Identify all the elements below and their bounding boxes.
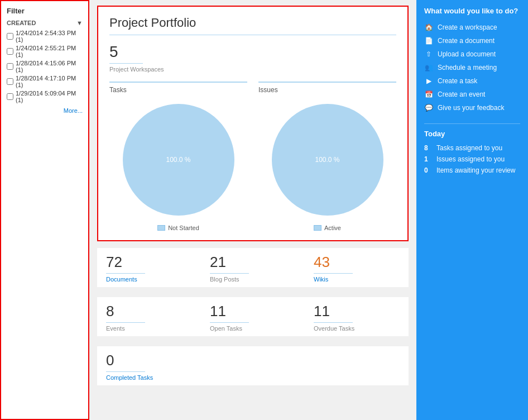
event-icon: 📅: [424, 90, 433, 99]
document-icon: 📄: [424, 36, 433, 45]
filter-checkbox-5[interactable]: [7, 93, 13, 100]
filter-title: Filter: [7, 7, 83, 15]
filter-checkbox-3[interactable]: [7, 63, 13, 70]
filter-checkbox-2[interactable]: [7, 48, 13, 55]
action-upload-document[interactable]: ⇧ Upload a document: [424, 47, 520, 61]
filter-label: CREATED ▼: [7, 20, 83, 26]
stats-row-3: 0 Completed Tasks: [97, 343, 409, 385]
wikis-link[interactable]: Wikis: [314, 276, 328, 283]
today-tasks[interactable]: 8 Tasks assigned to you: [424, 142, 520, 154]
filter-items: 1/24/2014 2:54:33 PM (1) 1/24/2014 2:55:…: [7, 30, 83, 105]
documents-label: Documents: [106, 276, 192, 283]
filter-item[interactable]: 1/24/2014 2:55:21 PM (1): [7, 45, 83, 58]
wikis-label: Wikis: [314, 276, 400, 283]
filter-checkbox-1[interactable]: [7, 33, 13, 40]
stat-open-tasks: 11 Open Tasks: [201, 297, 305, 336]
action-create-task[interactable]: ▶ Create a task: [424, 74, 520, 88]
action-give-feedback[interactable]: 💬 Give us your feedback: [424, 101, 520, 114]
stats-row-1: 72 Documents 21 Blog Posts 43 Wikis: [97, 248, 409, 287]
filter-checkbox-4[interactable]: [7, 78, 13, 85]
action-create-workspace[interactable]: 🏠 Create a workspace: [424, 21, 520, 34]
issues-chart-container: 100.0 % Active: [258, 98, 396, 231]
stat-wikis: 43 Wikis: [305, 248, 409, 287]
tasks-chart-title: Tasks: [109, 82, 247, 94]
charts-row: Tasks 100.0 % Not Started Issues 100.0: [109, 82, 396, 231]
overdue-tasks-label: Overdue Tasks: [314, 325, 400, 332]
right-panel: What would you like to do? 🏠 Create a wo…: [416, 0, 528, 420]
portfolio-panel: Project Portfolio 5 Project Workspaces T…: [97, 6, 409, 241]
action-schedule-meeting[interactable]: 👥 Schedule a meeting: [424, 61, 520, 74]
action-create-event[interactable]: 📅 Create an event: [424, 88, 520, 101]
filter-item[interactable]: 1/28/2014 4:17:10 PM (1): [7, 75, 83, 88]
tasks-legend-box: [157, 225, 165, 231]
portfolio-title: Project Portfolio: [109, 16, 396, 30]
issues-assigned-count: 1: [424, 155, 432, 163]
sidebar-filter: Filter CREATED ▼ 1/24/2014 2:54:33 PM (1…: [0, 0, 89, 420]
action-list: 🏠 Create a workspace 📄 Create a document…: [424, 21, 520, 114]
today-section: Today 8 Tasks assigned to you 1 Issues a…: [424, 123, 520, 176]
stat-events: 8 Events: [97, 297, 201, 336]
workspace-icon: 🏠: [424, 23, 433, 32]
today-title: Today: [424, 130, 520, 138]
events-label: Events: [106, 325, 192, 332]
action-create-document[interactable]: 📄 Create a document: [424, 34, 520, 47]
stat-documents: 72 Documents: [97, 248, 201, 287]
stats-row-2: 8 Events 11 Open Tasks 11 Overdue Tasks: [97, 294, 409, 336]
completed-tasks-count: 0: [106, 352, 145, 372]
issues-pie-chart: 100.0 %: [272, 104, 383, 216]
blog-label: Blog Posts: [210, 276, 296, 283]
issues-chart-section: Issues 100.0 % Active: [258, 82, 396, 231]
title-divider: [109, 35, 396, 35]
filter-item[interactable]: 1/29/2014 5:09:04 PM (1): [7, 90, 83, 103]
events-count: 8: [106, 303, 145, 323]
documents-link[interactable]: Documents: [106, 276, 137, 283]
filter-item[interactable]: 1/28/2014 4:15:06 PM (1): [7, 60, 83, 73]
tasks-chart-section: Tasks 100.0 % Not Started: [109, 82, 247, 231]
tasks-pie-label: 100.0 %: [166, 156, 190, 164]
blog-count: 21: [210, 254, 249, 274]
overdue-tasks-count: 11: [314, 303, 353, 323]
stat-blog-posts: 21 Blog Posts: [201, 248, 305, 287]
meeting-icon: 👥: [424, 63, 433, 72]
tasks-pie-chart: 100.0 %: [123, 104, 234, 216]
more-link[interactable]: More...: [7, 107, 83, 114]
today-review[interactable]: 0 Items awaiting your review: [424, 165, 520, 176]
open-tasks-label: Open Tasks: [210, 325, 296, 332]
project-count: 5: [109, 43, 143, 64]
issues-legend: Active: [314, 225, 341, 231]
today-issues[interactable]: 1 Issues assigned to you: [424, 154, 520, 165]
documents-count: 72: [106, 254, 145, 274]
upload-icon: ⇧: [424, 50, 433, 59]
project-count-label: Project Workspaces: [109, 66, 396, 73]
issues-legend-box: [314, 225, 321, 231]
completed-tasks-label: Completed Tasks: [106, 374, 400, 381]
feedback-icon: 💬: [424, 103, 433, 112]
wikis-count: 43: [314, 254, 353, 274]
task-icon: ▶: [424, 77, 433, 85]
filter-item[interactable]: 1/24/2014 2:54:33 PM (1): [7, 30, 83, 43]
tasks-legend: Not Started: [157, 225, 199, 231]
stat-overdue-tasks: 11 Overdue Tasks: [305, 297, 409, 336]
tasks-assigned-count: 8: [424, 144, 432, 152]
open-tasks-count: 11: [210, 303, 249, 323]
main-content: Project Portfolio 5 Project Workspaces T…: [89, 0, 416, 420]
review-count: 0: [424, 166, 432, 174]
what-title: What would you like to do?: [424, 7, 520, 15]
issues-pie-label: 100.0 %: [315, 156, 339, 164]
completed-tasks-link[interactable]: Completed Tasks: [106, 374, 153, 381]
tasks-chart-container: 100.0 % Not Started: [109, 98, 247, 231]
issues-chart-title: Issues: [258, 82, 396, 94]
